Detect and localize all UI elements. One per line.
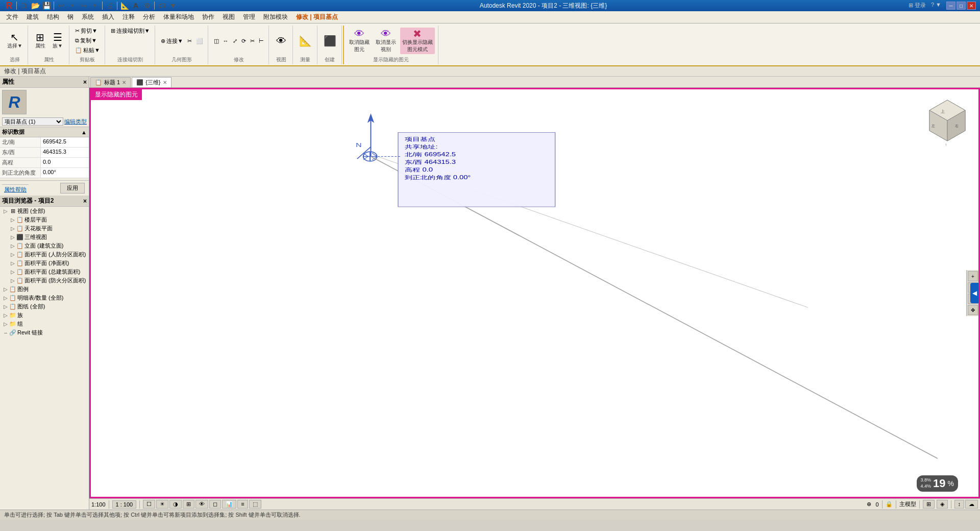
sun-path-btn[interactable]: ☀ [156,500,168,509]
properties-help-link[interactable]: 属性帮助 [2,184,29,195]
nav-cube[interactable]: 上 左 右 ↑ [924,98,970,143]
close-btn[interactable]: ✕ [967,2,976,10]
menu-insert[interactable]: 插入 [98,12,118,22]
groups-expand[interactable]: ▷ [2,321,9,327]
settings-btn[interactable]: ⚙ [142,1,152,11]
sync-btn[interactable]: ↕ [954,500,965,509]
tab-title1-close[interactable]: ✕ [122,80,126,85]
tab-3d[interactable]: ⬛ {三维} ✕ [132,77,171,87]
collapse-icon[interactable]: ▲ [81,129,87,135]
crop-btn[interactable]: ⊞ [183,500,194,509]
tree-item-views[interactable]: ▷ ⊞ 视图 (全部) [0,207,89,215]
edit-type-btn[interactable]: 编辑类型 [64,118,87,126]
prop-input-angle[interactable] [43,169,87,175]
tab-title1[interactable]: 📋 标题 1 ✕ [90,77,131,87]
help-btn[interactable]: ? ▼ [931,2,941,10]
create-btn[interactable]: ⬛ [322,35,338,47]
open-btn[interactable]: 📂 [30,1,40,11]
worksets-btn[interactable]: ⊞ [923,500,935,509]
menu-context[interactable]: 修改 | 项目基点 [292,12,342,22]
toggle-hidden-btn[interactable]: ✖ 切换显示隐藏图元模式 [400,28,435,54]
analysis-btn[interactable]: 📊 [222,500,236,509]
joincut-btn[interactable]: ⊞ 连接端切割▼ [109,27,152,35]
minimize-btn[interactable]: ─ [946,2,955,10]
quick-access-toolbar[interactable]: R 🗋 📂 💾 ↩ ▼ ↪ ▼ 🖨 📐 A ⚙ 🏷 ▼ [4,1,178,11]
sheets-expand[interactable]: ▷ [2,304,9,309]
area4-expand[interactable]: ▷ [9,278,16,283]
unhide-element-btn[interactable]: 👁 取消隐藏图元 [347,28,372,54]
measure-btn[interactable]: 📐 [119,1,130,11]
tree-item-floor-plan[interactable]: ▷ 📋 楼层平面 [7,215,89,224]
text-btn[interactable]: A [131,1,141,11]
elevation-expand[interactable]: ▷ [9,243,16,249]
tree-item-area1[interactable]: ▷ 📋 面积平面 (人防分区面积) [7,250,89,259]
prop-value-ew[interactable] [41,148,89,157]
detail-level-btn[interactable]: ≡ [237,500,248,509]
maximize-btn[interactable]: □ [957,2,966,10]
menu-systems[interactable]: 系统 [78,12,98,22]
3d-expand[interactable]: ▷ [9,234,16,240]
apply-button[interactable]: 应用 [60,183,85,194]
view-btn[interactable]: 👁 [273,35,289,47]
type-dropdown[interactable]: 项目基点 (1) [2,117,63,126]
schedule-expand[interactable]: ▷ [2,295,9,301]
parts-btn[interactable]: ⬚ [249,500,261,509]
rotate-btn[interactable]: ⟳ [240,37,248,45]
trim-btn[interactable]: ✂ [249,37,256,45]
reveal-hidden-btn[interactable]: 👁 [195,500,208,509]
menu-architecture[interactable]: 建筑 [22,12,43,22]
prop-input-ns[interactable] [43,138,87,144]
area2-expand[interactable]: ▷ [9,260,16,266]
redo-dropdown[interactable]: ▼ [90,1,100,11]
app-menu-btn[interactable]: R [4,1,14,11]
tree-item-3d-view[interactable]: ▷ ⬛ 三维视图 [7,233,89,242]
floor-plan-expand[interactable]: ▷ [9,217,16,223]
prop-input-elev[interactable] [43,159,87,165]
tree-item-sheets[interactable]: ▷ 📋 图纸 (全部) [0,302,89,311]
cloud-btn[interactable]: ☁ [965,500,978,509]
views-expand-icon[interactable]: ▷ [2,208,9,214]
design-options-btn[interactable]: ◈ [937,500,948,509]
undo-btn[interactable]: ↩ [56,1,66,11]
user-area[interactable]: ⊞ 登录 [909,2,926,10]
prop-value-angle[interactable] [41,168,89,178]
family-btn[interactable]: ☰ 族▼ [50,31,66,51]
tree-item-elevation[interactable]: ▷ 📋 立面 (建筑立面) [7,242,89,250]
tree-item-revit-links[interactable]: – 🔗 Revit 链接 [0,328,89,337]
temp-hide-btn[interactable]: ◻ [209,500,221,509]
properties-close[interactable]: × [83,79,87,86]
visual-style-btn[interactable]: ☐ [143,500,155,509]
cut-geo-btn[interactable]: ✂ [186,37,193,45]
mirror-btn[interactable]: ⤢ [231,37,239,45]
menu-view[interactable]: 视图 [218,12,239,22]
properties-btn[interactable]: ⊞ 属性 [32,31,48,51]
menu-annotate[interactable]: 注释 [118,12,139,22]
new-btn[interactable]: 🗋 [19,1,29,11]
tag-btn[interactable]: 🏷 [157,1,167,11]
zoom-in-btn[interactable]: + [968,271,978,281]
tree-item-groups[interactable]: ▷ 📁 组 [0,320,89,328]
tab-3d-close[interactable]: ✕ [163,80,167,85]
view-container[interactable]: 显示隐藏的图元 N [89,88,980,498]
split-btn[interactable]: ⊢ [257,37,265,45]
tree-item-area2[interactable]: ▷ 📋 面积平面 (净面积) [7,259,89,268]
scale-btn[interactable]: 1 : 100 [112,500,137,509]
browser-close[interactable]: × [83,198,87,205]
copy-btn[interactable]: ⧉ 复制▼ [74,36,99,45]
tree-item-ceiling-plan[interactable]: ▷ 📋 天花板平面 [7,224,89,233]
prop-value-elev[interactable] [41,158,89,167]
wall-btn[interactable]: ⬜ [194,37,205,45]
print-btn[interactable]: 🖨 [105,1,115,11]
prop-value-ns[interactable] [41,137,89,147]
props-section-header[interactable]: 标识数据 ▲ [0,127,89,137]
menu-manage[interactable]: 管理 [239,12,259,22]
menu-file[interactable]: 文件 [2,12,22,22]
menu-massing[interactable]: 体量和场地 [159,12,198,22]
ceiling-expand[interactable]: ▷ [9,226,16,231]
tree-item-area3[interactable]: ▷ 📋 面积平面 (总建筑面积) [7,268,89,276]
measure-ribbon-btn[interactable]: 📐 [297,35,314,47]
expand-panel-btn[interactable]: ◀ [970,283,978,303]
shadows-btn[interactable]: ◑ [169,500,182,509]
pan-btn[interactable]: ✥ [968,305,978,315]
more-btn[interactable]: ▼ [168,1,178,11]
